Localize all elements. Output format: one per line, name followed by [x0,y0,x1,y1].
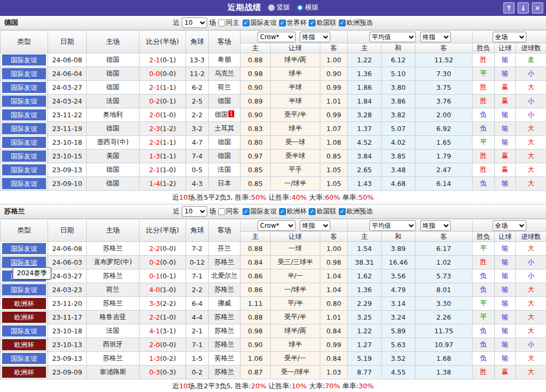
league-badge[interactable]: 国际友谊 [2,353,46,364]
period-select[interactable]: 全场 [493,220,526,231]
fulltime-score: 0-3 [149,368,160,376]
league-cell[interactable]: 国际友谊 [1,81,48,95]
league-cell[interactable]: 国际友谊 [1,67,48,81]
league-badge[interactable]: 国际友谊 [2,54,46,66]
score-cell: 1-4(1-2) [140,177,186,191]
wdl-result-cell: 负 [473,283,495,297]
checkbox-checked-icon[interactable]: ✓ [339,20,346,26]
europe-odds-select[interactable]: 平均值 [369,220,416,231]
fulltime-score: 4-1 [149,327,160,335]
europe-time-select[interactable]: 终指 [420,32,451,42]
league-badge[interactable]: 国际友谊 [2,137,46,148]
league-cell[interactable]: 欧洲杯 [1,297,48,311]
league-badge[interactable]: 国际友谊 [2,178,46,189]
league-cell[interactable]: 国际友谊 [1,95,48,108]
match-count-select[interactable]: 10 [182,17,207,28]
league-filter-checkbox[interactable]: ✓欧国联 [309,207,337,216]
league-cell[interactable]: 国际友谊 [1,177,48,191]
league-filter-checkbox[interactable]: ✓国际友谊 [243,207,277,216]
league-badge[interactable]: 欧洲杯 [2,312,46,323]
league-cell[interactable]: 国际友谊 [1,242,48,256]
league-cell[interactable]: 欧洲杯 [1,311,48,324]
wdl-result-cell: 负 [473,324,495,338]
checkbox-checked-icon[interactable]: ✓ [243,208,249,215]
league-cell[interactable]: 国际友谊 [1,108,48,122]
league-cell[interactable]: 国际友谊 [1,324,48,338]
league-cell[interactable]: 国际友谊 [1,53,48,67]
checkbox-unchecked-icon[interactable] [218,20,225,26]
league-cell[interactable]: 国际友谊 [1,163,48,177]
league-badge[interactable]: 国际友谊 [2,284,46,295]
move-down-button[interactable]: ↓ [517,2,529,14]
corner-cell: 6-2 [186,81,209,95]
league-badge[interactable]: 欧洲杯 [2,298,46,309]
move-up-button[interactable]: ↑ [503,2,515,14]
league-badge[interactable]: 国际友谊 [2,325,46,337]
checkbox-checked-icon[interactable]: ✓ [279,208,286,215]
period-select[interactable]: 全场 [493,32,526,42]
handicap-away-odds-cell: 1.07 [320,122,348,136]
halftime-score: (0-1) [160,97,176,105]
league-cell[interactable]: 国际友谊 [1,150,48,163]
league-badge[interactable]: 国际友谊 [2,257,46,268]
radio-unselected-icon[interactable] [268,4,275,11]
checkbox-checked-icon[interactable]: ✓ [309,20,316,26]
checkbox-checked-icon[interactable]: ✓ [243,20,249,26]
league-filter-checkbox[interactable]: ✓欧洲杯 [279,207,307,216]
checkbox-checked-icon[interactable]: ✓ [339,208,346,215]
league-badge[interactable]: 国际友谊 [2,96,46,107]
handicap-away-odds-cell: 1.04 [320,283,348,297]
league-cell[interactable]: 国际友谊 [1,136,48,150]
league-cell[interactable]: 国际友谊 [1,283,48,297]
avg-home-odds-cell: 3.28 [348,108,382,122]
same-venue-checkbox[interactable]: 同客 [218,207,239,216]
league-badge[interactable]: 国际友谊 [2,109,46,120]
league-badge[interactable]: 国际友谊 [2,243,46,254]
checkbox-checked-icon[interactable]: ✓ [279,20,286,26]
date-cell: 23-09-09 [48,366,87,379]
same-venue-checkbox[interactable]: 同主 [218,18,239,27]
league-filter-checkbox[interactable]: ✓欧洲预选 [339,207,373,216]
handicap-time-select[interactable]: 终指 [300,220,330,231]
home-team-cell: 苏格兰 [87,242,140,256]
close-button[interactable]: ✕ [532,2,543,14]
league-badge[interactable]: 欧洲杯 [2,367,46,378]
match-count-select[interactable]: 10 [182,206,207,217]
away-team-cell: 苏格兰 [209,324,240,338]
season-tooltip: 2024赛季 [13,267,51,279]
league-filter-checkbox[interactable]: ✓世界杯 [279,18,307,27]
summary-stat-value: 70% [325,382,340,390]
titlebar-buttons: ↑ ↓ ✕ [503,2,543,14]
league-filter-checkbox[interactable]: ✓欧国联 [309,18,337,27]
europe-odds-select[interactable]: 平均值 [369,32,416,42]
league-filter-checkbox[interactable]: ✓欧洲预选 [339,18,373,27]
handicap-time-select[interactable]: 终指 [300,32,330,42]
league-cell[interactable]: 国际友谊 [1,352,48,366]
europe-time-select[interactable]: 终指 [420,220,451,231]
handicap-home-odds-cell: 0.83 [240,122,271,136]
odds-source-select[interactable]: Crow* [257,32,295,42]
league-badge[interactable]: 国际友谊 [2,123,46,134]
league-badge[interactable]: 国际友谊 [2,82,46,93]
league-cell[interactable]: 国际友谊 [1,122,48,136]
col-wdl: 胜负 [473,43,495,53]
checkbox-checked-icon[interactable]: ✓ [309,208,316,215]
checkbox-unchecked-icon[interactable] [218,208,225,215]
league-badge[interactable]: 欧洲杯 [2,339,46,350]
radio-selected-icon[interactable] [297,4,303,11]
league-badge[interactable]: 国际友谊 [2,151,46,162]
layout-vertical-radio[interactable]: 竖版 [268,3,290,12]
odds-source-select[interactable]: Crow* [257,220,295,231]
layout-horizontal-radio[interactable]: 横版 [297,3,319,12]
league-cell[interactable]: 欧洲杯 [1,338,48,352]
league-cell[interactable]: 欧洲杯 [1,366,48,379]
league-filter-checkbox[interactable]: ✓国际友谊 [243,18,277,27]
league-badge[interactable]: 国际友谊 [2,68,46,79]
handicap-line-cell: 平手 [271,163,320,177]
league-badge[interactable]: 国际友谊 [2,164,46,175]
away-team-cell: 日本 [209,177,240,191]
away-team-cell: 德国 [209,150,240,163]
home-team-cell: 墨西哥(中) [87,136,140,150]
col-goals: 进球数 [516,43,546,53]
corner-cell: 0-12 [186,256,209,269]
